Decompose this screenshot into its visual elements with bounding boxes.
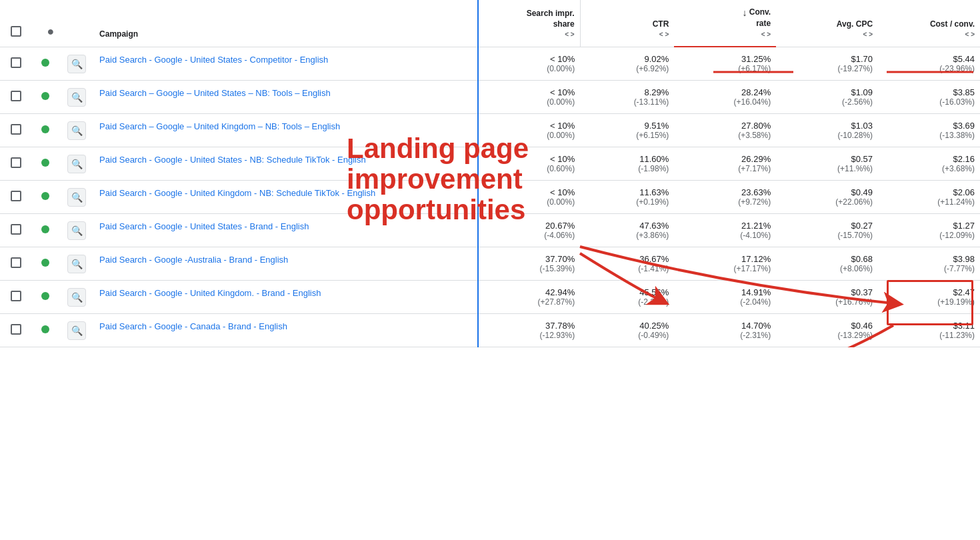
row-status-dot [31,81,59,114]
campaign-link[interactable]: Paid Search - Google - United States - N… [99,155,366,165]
row-search-impr: < 10%(0.00%) [478,47,580,81]
campaign-link[interactable]: Paid Search – Google – United Kingdom – … [99,121,340,131]
search-icon[interactable]: 🔍 [67,321,86,340]
row-campaign-name: Paid Search - Google - United States - C… [94,47,478,81]
table-row: 🔍Paid Search - Google - United Kingdom -… [0,181,980,214]
row-avg-cpc: $1.09(-2.56%) [776,81,878,114]
row-avg-cpc: $0.37(+16.76%) [776,281,878,314]
row-ctr: 11.60%(-1.98%) [580,147,674,181]
campaign-link[interactable]: Paid Search - Google - United States - C… [99,55,328,65]
header-icon-col [59,0,94,47]
row-checkbox-cell [0,47,31,81]
row-avg-cpc: $1.70(-19.27%) [776,47,878,81]
table-row: 🔍Paid Search - Google - United States - … [0,47,980,81]
row-conv-rate: 21.21%(-4.10%) [674,214,776,247]
row-checkbox[interactable] [11,157,21,168]
row-checkbox[interactable] [11,57,21,68]
table-row: 🔍Paid Search - Google -Australia - Brand… [0,247,980,281]
checkbox-icon[interactable] [11,26,21,37]
green-dot-icon [41,225,49,233]
search-icon[interactable]: 🔍 [67,121,86,140]
search-icon[interactable]: 🔍 [67,55,86,73]
search-icon[interactable]: 🔍 [67,155,86,173]
row-status-dot [31,114,59,147]
row-search-icon-cell: 🔍 [59,181,94,214]
row-search-icon-cell: 🔍 [59,147,94,181]
row-avg-cpc: $0.57(+11.%%) [776,147,878,181]
green-dot-icon [41,259,49,267]
green-dot-icon [41,192,49,200]
row-status-dot [31,314,59,347]
row-checkbox[interactable] [11,124,21,135]
search-icon[interactable]: 🔍 [67,188,86,207]
row-avg-cpc: $0.68(+8.06%) [776,247,878,281]
row-checkbox[interactable] [11,257,21,268]
search-icon[interactable]: 🔍 [67,288,86,307]
row-checkbox[interactable] [11,91,21,101]
row-checkbox[interactable] [11,191,21,201]
table-row: 🔍Paid Search - Google - Canada - Brand -… [0,314,980,347]
row-cost-conv: $5.44(-23.96%) [878,47,980,81]
row-checkbox-cell [0,114,31,147]
green-dot-icon [41,325,49,333]
row-ctr: 40.25%(-0.49%) [580,314,674,347]
header-conv-rate: ↓ Conv.rate< > [674,0,776,47]
table-row: 🔍Paid Search - Google - United States - … [0,214,980,247]
row-conv-rate: 14.70%(-2.31%) [674,314,776,347]
campaign-link[interactable]: Paid Search - Google - United Kingdom - … [99,188,375,198]
row-checkbox-cell [0,214,31,247]
row-search-icon-cell: 🔍 [59,81,94,114]
search-icon[interactable]: 🔍 [67,255,86,273]
row-search-icon-cell: 🔍 [59,314,94,347]
campaign-link[interactable]: Paid Search - Google - United States - B… [99,221,309,231]
row-conv-rate: 27.80%(+3.58%) [674,114,776,147]
row-checkbox[interactable] [11,224,21,235]
row-status-dot [31,247,59,281]
green-dot-icon [41,159,49,167]
campaign-link[interactable]: Paid Search - Google - United Kingdom. -… [99,288,321,298]
row-campaign-name: Paid Search - Google - United States - B… [94,214,478,247]
row-cost-conv: $2.16(+3.68%) [878,147,980,181]
row-campaign-name: Paid Search - Google - Canada - Brand - … [94,314,478,347]
search-icon[interactable]: 🔍 [67,88,86,107]
row-search-impr: 37.78%(-12.93%) [478,314,580,347]
green-dot-icon [41,92,49,100]
row-status-dot [31,214,59,247]
row-checkbox[interactable] [11,324,21,335]
row-ctr: 9.51%(+6.15%) [580,114,674,147]
row-checkbox-cell [0,281,31,314]
row-search-icon-cell: 🔍 [59,47,94,81]
green-dot-icon [41,292,49,300]
table-row: 🔍Paid Search - Google - United States - … [0,147,980,181]
row-search-impr: 20.67%(-4.06%) [478,214,580,247]
row-campaign-name: Paid Search - Google - United Kingdom - … [94,181,478,214]
row-campaign-name: Paid Search – Google – United States – N… [94,81,478,114]
row-cost-conv: $3.98(-7.77%) [878,247,980,281]
row-cost-conv: $3.85(-16.03%) [878,81,980,114]
campaign-link[interactable]: Paid Search – Google – United States – N… [99,88,331,98]
row-ctr: 45.56%(-2.34%) [580,281,674,314]
campaign-link[interactable]: Paid Search - Google - Canada - Brand - … [99,321,287,331]
row-checkbox[interactable] [11,291,21,301]
row-status-dot [31,281,59,314]
row-avg-cpc: $0.46(-13.29%) [776,314,878,347]
row-avg-cpc: $0.27(-15.70%) [776,214,878,247]
row-ctr: 8.29%(-13.11%) [580,81,674,114]
row-cost-conv: $3.11(-11.23%) [878,314,980,347]
row-search-impr: < 10%(0.00%) [478,181,580,214]
row-ctr: 47.63%(+3.86%) [580,214,674,247]
header-checkbox [0,0,31,47]
row-cost-conv: $1.27(-12.09%) [878,214,980,247]
row-checkbox-cell [0,147,31,181]
table-row: 🔍Paid Search - Google - United Kingdom. … [0,281,980,314]
search-icon[interactable]: 🔍 [67,221,86,240]
row-conv-rate: 31.25%(+6.17%) [674,47,776,81]
row-cost-conv: $2.06(+11.24%) [878,181,980,214]
campaign-link[interactable]: Paid Search - Google -Australia - Brand … [99,255,288,265]
row-checkbox-cell [0,181,31,214]
row-cost-conv: $2.47(+19.19%) [878,281,980,314]
header-cost-conv: Cost / conv.< > [878,0,980,47]
row-search-icon-cell: 🔍 [59,114,94,147]
row-search-icon-cell: 🔍 [59,247,94,281]
header-search-impr: Search impr.share< > [478,0,580,47]
